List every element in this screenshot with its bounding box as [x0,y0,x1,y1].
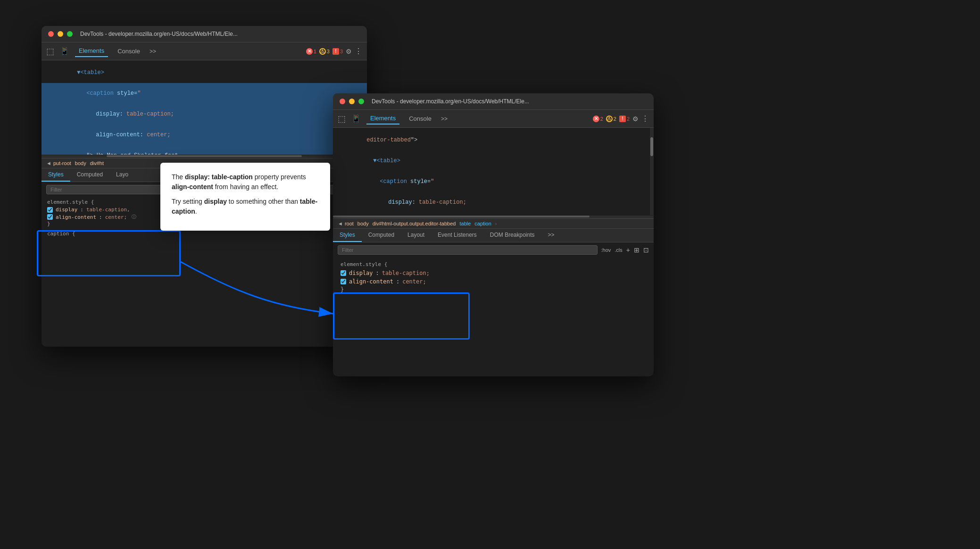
layout-icon[interactable]: ⊡ [643,246,649,254]
display-checkbox-2[interactable] [341,270,346,276]
more-tabs-1[interactable]: >> [149,48,156,55]
breadcrumb-back-2[interactable]: ◄ [338,221,343,226]
info-circle-icon[interactable]: ⓘ [132,214,136,220]
style-block-2: element.style { display : table-caption;… [333,258,654,297]
tab-elements-2[interactable]: Elements [366,113,399,125]
align-content-row-2[interactable]: align-content : center; [341,278,646,285]
caption-rule-selector: caption { [47,231,361,237]
html-line[interactable]: display: table-caption; [333,192,654,213]
toolbar-1: ⬚ 📱 Elements Console >> ✕ 1 ⚠ 3 ! 3 ⚙ ⋮ [42,42,367,60]
window-title-2: DevTools - developer.mozilla.org/en-US/d… [372,98,647,105]
breadcrumb-root-2[interactable]: root [345,221,354,226]
html-line[interactable]: ▼<table> [42,62,367,83]
html-line[interactable]: <caption style=" [333,171,654,192]
info-badge-2[interactable]: ! 2 [619,116,630,122]
settings-icon-2[interactable]: ⚙ [632,115,639,123]
breadcrumb-div[interactable]: div#ht [90,160,104,166]
minimize-button-1[interactable] [58,31,63,37]
copy-style-icon[interactable]: ⊞ [634,246,639,254]
tooltip-line-1: The display: table-caption property prev… [172,172,319,192]
toolbar-2: ⬚ 📱 Elements Console >> ✕ 2 ⚠ 2 ! 2 ⚙ ⋮ [333,110,654,128]
devtools-window-2[interactable]: DevTools - developer.mozilla.org/en-US/d… [333,93,654,376]
styles-tab-layout-2[interactable]: Layout [401,229,431,242]
styles-tab-computed-2[interactable]: Computed [362,229,401,242]
align-content-checkbox-2[interactable] [341,279,346,284]
breadcrumb-more-2[interactable]: › [495,221,497,226]
warn-badge-1[interactable]: ⚠ 3 [319,48,330,55]
maximize-button-2[interactable] [358,99,364,104]
maximize-button-1[interactable] [67,31,73,37]
styles-tab-dom-2[interactable]: DOM Breakpoints [483,229,541,242]
cls-button[interactable]: .cls [615,247,623,253]
styles-tab-more-2[interactable]: >> [541,229,561,242]
info-badge-1[interactable]: ! 3 [332,48,343,55]
rule-close-2: } [341,286,646,293]
html-panel-2: editor-tabbed"> ▼<table> <caption style=… [333,128,654,215]
breadcrumb-caption-2[interactable]: caption [474,221,491,226]
styles-tab-computed-1[interactable]: Computed [70,168,109,182]
html-line[interactable]: ▼<table> [333,150,654,171]
titlebar-2: DevTools - developer.mozilla.org/en-US/d… [333,93,654,110]
html-panel-1: ▼<table> <caption style=" display: table… [42,60,367,155]
tooltip-popup: The display: table-caption property prev… [160,163,330,231]
elements-select-icon[interactable]: ⬚ [46,46,54,57]
hov-button[interactable]: :hov [601,247,611,253]
more-icon-2[interactable]: ⋮ [641,114,649,123]
styles-tab-events-2[interactable]: Event Listeners [431,229,483,242]
badges-1: ✕ 1 ⚠ 3 ! 3 ⚙ ⋮ [306,47,362,56]
filter-input-2[interactable] [338,245,598,255]
rule-selector-2: element.style { [341,261,646,267]
tab-elements-1[interactable]: Elements [75,45,108,57]
info-icon-1: ! [332,48,339,55]
minimize-button-2[interactable] [349,99,355,104]
device-mode-icon[interactable]: 📱 [60,47,69,56]
error-badge-1[interactable]: ✕ 1 [306,48,316,55]
styles-tab-layout-1[interactable]: Layo [109,168,135,182]
warn-icon-1: ⚠ [319,48,326,55]
close-button-1[interactable] [48,31,54,37]
breadcrumb-table-2[interactable]: table [459,221,471,226]
breadcrumb-2: ◄ root body div#html-output.output.edito… [333,218,654,229]
styles-tab-styles-2[interactable]: Styles [333,229,362,242]
styles-tab-styles-1[interactable]: Styles [42,168,70,182]
window-title-1: DevTools - developer.mozilla.org/en-US/d… [80,31,360,37]
device-mode-icon-2[interactable]: 📱 [351,114,361,123]
more-tabs-2[interactable]: >> [441,116,448,122]
display-row-2[interactable]: display : table-caption; [341,269,646,277]
html-line[interactable]: display: table-caption; [42,104,367,125]
breadcrumb-back[interactable]: ◄ [46,160,51,166]
settings-icon-1[interactable]: ⚙ [346,48,352,55]
styles-panel-2: Styles Computed Layout Event Listeners D… [333,229,654,297]
warn-badge-2[interactable]: ⚠ 2 [606,116,616,122]
styles-tabs-2: Styles Computed Layout Event Listeners D… [333,229,654,242]
error-icon-2: ✕ [593,116,599,122]
html-line[interactable]: align-content: center; [42,125,367,145]
display-checkbox-1[interactable] [47,207,53,213]
filter-bar-2: :hov .cls + ⊞ ⊡ [333,242,654,258]
badges-2: ✕ 2 ⚠ 2 ! 2 ⚙ ⋮ [593,114,649,123]
breadcrumb-body[interactable]: body [75,160,86,166]
breadcrumb-root[interactable]: put-root [53,160,71,166]
titlebar-1: DevTools - developer.mozilla.org/en-US/d… [42,26,367,42]
close-button-2[interactable] [340,99,345,104]
error-icon-1: ✕ [306,48,313,55]
html-line[interactable]: editor-tabbed"> [333,130,654,150]
html-line[interactable]: "> He-Man and Skeletor fact [42,145,367,155]
add-style-icon[interactable]: + [626,246,630,254]
tab-console-2[interactable]: Console [405,113,435,124]
align-content-checkbox-1[interactable] [47,214,53,220]
elements-select-icon-2[interactable]: ⬚ [338,114,346,124]
breadcrumb-div-2[interactable]: div#html-output.output.editor-tabbed [373,221,456,226]
tooltip-line-2: Try setting display to something other t… [172,197,319,216]
more-icon-1[interactable]: ⋮ [355,47,362,56]
html-line[interactable]: align-content: center; [333,213,654,215]
error-badge-2[interactable]: ✕ 2 [593,116,603,122]
tab-console-1[interactable]: Console [114,46,144,57]
breadcrumb-body-2[interactable]: body [357,221,369,226]
html-line[interactable]: <caption style=" [42,83,367,104]
info-icon-2: ! [619,116,626,122]
warn-icon-2: ⚠ [606,116,613,122]
